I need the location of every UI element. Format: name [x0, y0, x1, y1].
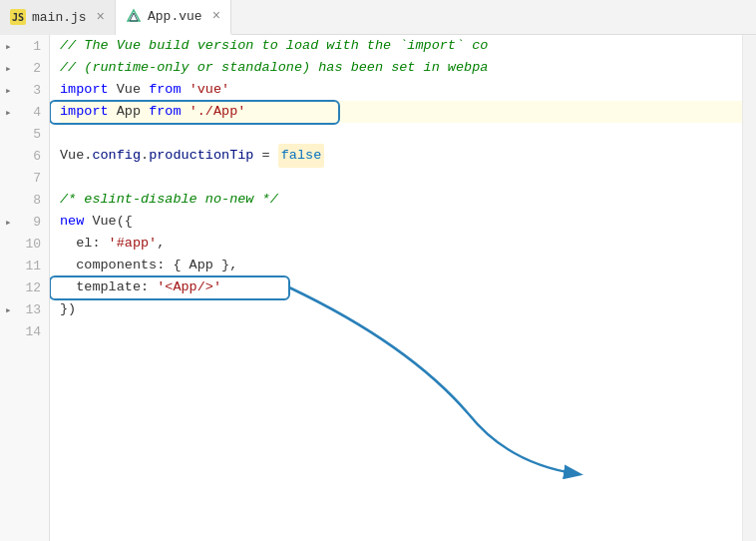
- editor-container: JS main.js × App.vue × ▸ 1 ▸ 2: [0, 0, 756, 541]
- line-3: ▸ 3: [0, 79, 49, 101]
- code-line-4: import App from './App': [60, 101, 742, 123]
- tab-app-vue[interactable]: App.vue ×: [116, 0, 231, 35]
- line-12: 12: [0, 276, 49, 298]
- code-line-5: [60, 123, 742, 145]
- svg-marker-0: [128, 10, 140, 21]
- tab-bar: JS main.js × App.vue ×: [0, 0, 756, 35]
- arrow-1: ▸: [5, 40, 12, 53]
- line-1: ▸ 1: [0, 35, 49, 57]
- line-4: ▸ 4: [0, 101, 49, 123]
- line-14: 14: [0, 320, 49, 342]
- arrow-3: ▸: [5, 84, 12, 97]
- code-line-6: Vue.config.productionTip = false: [60, 145, 742, 167]
- tab-main-js-close[interactable]: ×: [97, 9, 105, 25]
- code-area[interactable]: // The Vue build version to load with th…: [50, 35, 742, 541]
- tab-main-js[interactable]: JS main.js ×: [0, 0, 116, 35]
- code-line-3: import Vue from 'vue': [60, 79, 742, 101]
- code-line-14: [60, 320, 742, 342]
- code-line-10: el: '#app',: [60, 233, 742, 255]
- tab-main-js-label: main.js: [32, 10, 87, 25]
- code-line-2: // (runtime-only or standalone) has been…: [60, 57, 742, 79]
- line-5: 5: [0, 123, 49, 145]
- arrow-13: ▸: [5, 303, 12, 316]
- scrollbar[interactable]: [742, 35, 756, 541]
- line-6: 6: [0, 145, 49, 167]
- line-8: 8: [0, 189, 49, 211]
- arrow-2: ▸: [5, 62, 12, 75]
- js-icon: JS: [10, 9, 26, 25]
- line-gutter: ▸ 1 ▸ 2 ▸ 3 ▸ 4 5 6 7 8 ▸ 9 10: [0, 35, 50, 541]
- arrow-4: ▸: [5, 106, 12, 119]
- code-line-9: new Vue({: [60, 211, 742, 233]
- line-10: 10: [0, 233, 49, 255]
- code-line-8: /* eslint-disable no-new */: [60, 189, 742, 211]
- line-2: ▸ 2: [0, 57, 49, 79]
- line-9: ▸ 9: [0, 211, 49, 233]
- code-line-11: components: { App },: [60, 255, 742, 276]
- vue-icon: [126, 8, 142, 24]
- tab-app-vue-close[interactable]: ×: [212, 8, 220, 24]
- line-7: 7: [0, 167, 49, 189]
- code-line-7: [60, 167, 742, 189]
- tab-app-vue-label: App.vue: [148, 9, 202, 24]
- code-line-13: }): [60, 298, 742, 320]
- line-13: ▸ 13: [0, 298, 49, 320]
- code-line-12: template: '<App/>': [60, 276, 742, 298]
- code-line-1: // The Vue build version to load with th…: [60, 35, 742, 57]
- editor-body: ▸ 1 ▸ 2 ▸ 3 ▸ 4 5 6 7 8 ▸ 9 10: [0, 35, 756, 541]
- arrow-9: ▸: [5, 216, 12, 229]
- line-11: 11: [0, 255, 49, 276]
